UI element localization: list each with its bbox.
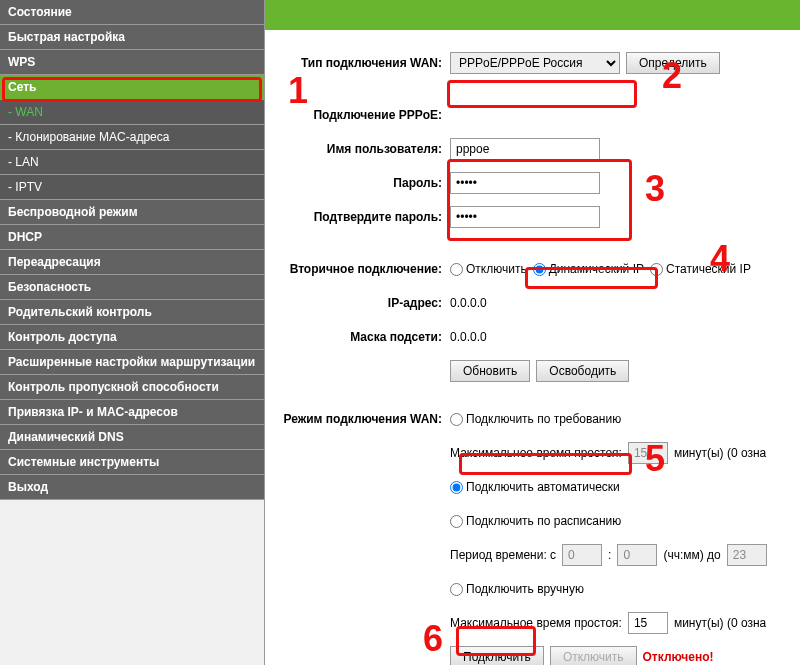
connect-button[interactable]: Подключить [450, 646, 544, 665]
sidebar-item-9[interactable]: DHCP [0, 225, 264, 250]
sidebar-item-0[interactable]: Состояние [0, 0, 264, 25]
sidebar-item-6[interactable]: - LAN [0, 150, 264, 175]
username-label: Имя пользователя: [275, 142, 450, 156]
wan-mode-label: Режим подключения WAN: [275, 412, 450, 426]
idle-unit: минут(ы) (0 озна [674, 446, 766, 460]
ip-value: 0.0.0.0 [450, 296, 790, 310]
mode-manual-radio[interactable]: Подключить вручную [450, 582, 584, 596]
idle2-unit: минут(ы) (0 озна [674, 616, 766, 630]
sidebar-item-7[interactable]: - IPTV [0, 175, 264, 200]
sidebar-item-11[interactable]: Безопасность [0, 275, 264, 300]
disconnect-button[interactable]: Отключить [550, 646, 637, 665]
sidebar-item-13[interactable]: Контроль доступа [0, 325, 264, 350]
sidebar-item-3[interactable]: Сеть [0, 75, 264, 100]
wan-type-label: Тип подключения WAN: [275, 56, 450, 70]
secondary-conn-label: Вторичное подключение: [275, 262, 450, 276]
ip-label: IP-адрес: [275, 296, 450, 310]
username-input[interactable] [450, 138, 600, 160]
sidebar-item-2[interactable]: WPS [0, 50, 264, 75]
idle2-input[interactable] [628, 612, 668, 634]
sidebar-item-15[interactable]: Контроль пропускной способности [0, 375, 264, 400]
mask-value: 0.0.0.0 [450, 330, 790, 344]
pppoe-section-label: Подключение PPPoE: [275, 108, 450, 122]
idle2-label: Максимальное время простоя: [450, 616, 622, 630]
header-bar [265, 0, 800, 30]
release-button[interactable]: Освободить [536, 360, 629, 382]
sec-staticip-radio[interactable]: Статический IP [650, 262, 751, 276]
schedule-to-input[interactable] [617, 544, 657, 566]
confirm-password-input[interactable] [450, 206, 600, 228]
schedule-period-label: Период времени: с [450, 548, 556, 562]
sidebar-item-17[interactable]: Динамический DNS [0, 425, 264, 450]
schedule-to2-input[interactable] [727, 544, 767, 566]
detect-button[interactable]: Определить [626, 52, 720, 74]
confirm-password-label: Подтвердите пароль: [275, 210, 450, 224]
schedule-unit: (чч:мм) до [663, 548, 720, 562]
sidebar: СостояниеБыстрая настройкаWPSСеть- WAN- … [0, 0, 265, 665]
sec-dynip-radio[interactable]: Динамический IP [533, 262, 644, 276]
sidebar-item-5[interactable]: - Клонирование MAC-адреса [0, 125, 264, 150]
sidebar-item-18[interactable]: Системные инструменты [0, 450, 264, 475]
sec-disable-radio[interactable]: Отключить [450, 262, 527, 276]
idle-label: Максимальное время простоя: [450, 446, 622, 460]
connection-status: Отключено! [643, 650, 714, 664]
sidebar-item-8[interactable]: Беспроводной режим [0, 200, 264, 225]
sidebar-item-16[interactable]: Привязка IP- и MAC-адресов [0, 400, 264, 425]
sidebar-item-14[interactable]: Расширенные настройки маршрутизации [0, 350, 264, 375]
sidebar-item-19[interactable]: Выход [0, 475, 264, 500]
sidebar-item-4[interactable]: - WAN [0, 100, 264, 125]
password-label: Пароль: [275, 176, 450, 190]
mask-label: Маска подсети: [275, 330, 450, 344]
refresh-button[interactable]: Обновить [450, 360, 530, 382]
schedule-from-input[interactable] [562, 544, 602, 566]
mode-auto-radio[interactable]: Подключить автоматически [450, 480, 620, 494]
password-input[interactable] [450, 172, 600, 194]
mode-schedule-radio[interactable]: Подключить по расписанию [450, 514, 621, 528]
sidebar-item-12[interactable]: Родительский контроль [0, 300, 264, 325]
wan-type-select[interactable]: PPPoE/PPPoE Россия [450, 52, 620, 74]
sidebar-item-1[interactable]: Быстрая настройка [0, 25, 264, 50]
idle-input[interactable] [628, 442, 668, 464]
main-panel: Тип подключения WAN: PPPoE/PPPoE Россия … [265, 0, 800, 665]
sidebar-item-10[interactable]: Переадресация [0, 250, 264, 275]
mode-on-demand-radio[interactable]: Подключить по требованию [450, 412, 621, 426]
